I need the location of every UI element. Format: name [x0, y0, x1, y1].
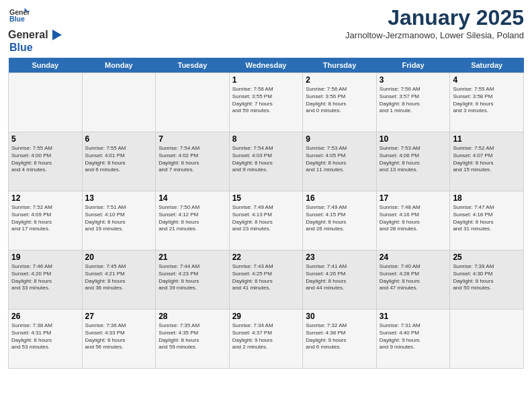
- calendar-day: 21Sunrise: 7:44 AM Sunset: 4:23 PM Dayli…: [156, 250, 230, 310]
- date-number: 13: [85, 193, 153, 203]
- calendar-day: 30Sunrise: 7:32 AM Sunset: 4:38 PM Dayli…: [303, 310, 377, 369]
- day-info: Sunrise: 7:55 AM Sunset: 4:01 PM Dayligh…: [85, 145, 153, 174]
- calendar-day: 1Sunrise: 7:56 AM Sunset: 3:55 PM Daylig…: [229, 73, 303, 132]
- calendar-day: 23Sunrise: 7:41 AM Sunset: 4:26 PM Dayli…: [303, 250, 377, 310]
- date-number: 12: [11, 193, 79, 203]
- day-info: Sunrise: 7:35 AM Sunset: 4:35 PM Dayligh…: [159, 322, 226, 351]
- day-info: Sunrise: 7:41 AM Sunset: 4:26 PM Dayligh…: [306, 263, 373, 292]
- day-info: Sunrise: 7:50 AM Sunset: 4:12 PM Dayligh…: [159, 204, 226, 233]
- svg-marker-3: [52, 30, 62, 40]
- week-row-4: 19Sunrise: 7:46 AM Sunset: 4:20 PM Dayli…: [9, 250, 524, 310]
- calendar-day: [9, 73, 83, 132]
- svg-text:Blue: Blue: [9, 15, 25, 23]
- day-info: Sunrise: 7:38 AM Sunset: 4:31 PM Dayligh…: [11, 322, 79, 351]
- calendar-day: 26Sunrise: 7:38 AM Sunset: 4:31 PM Dayli…: [9, 310, 83, 369]
- date-number: 31: [380, 312, 447, 321]
- day-info: Sunrise: 7:54 AM Sunset: 4:02 PM Dayligh…: [159, 145, 226, 174]
- day-info: Sunrise: 7:51 AM Sunset: 4:10 PM Dayligh…: [85, 204, 153, 233]
- day-info: Sunrise: 7:43 AM Sunset: 4:25 PM Dayligh…: [232, 263, 300, 292]
- day-info: Sunrise: 7:40 AM Sunset: 4:28 PM Dayligh…: [380, 263, 447, 292]
- day-info: Sunrise: 7:55 AM Sunset: 3:58 PM Dayligh…: [453, 86, 521, 115]
- calendar-day: 2Sunrise: 7:56 AM Sunset: 3:56 PM Daylig…: [303, 73, 377, 132]
- date-number: 18: [453, 193, 521, 203]
- day-info: Sunrise: 7:49 AM Sunset: 4:15 PM Dayligh…: [306, 204, 373, 233]
- date-number: 27: [85, 312, 153, 321]
- day-info: Sunrise: 7:32 AM Sunset: 4:38 PM Dayligh…: [306, 322, 373, 351]
- calendar-day: 15Sunrise: 7:49 AM Sunset: 4:13 PM Dayli…: [229, 191, 303, 250]
- date-number: 20: [85, 253, 153, 262]
- col-sunday: Sunday: [9, 58, 83, 73]
- calendar-day: 11Sunrise: 7:52 AM Sunset: 4:07 PM Dayli…: [450, 132, 524, 191]
- date-number: 14: [159, 193, 226, 203]
- calendar-day: 18Sunrise: 7:47 AM Sunset: 4:18 PM Dayli…: [450, 191, 524, 250]
- day-info: Sunrise: 7:31 AM Sunset: 4:40 PM Dayligh…: [380, 322, 447, 351]
- calendar-day: 24Sunrise: 7:40 AM Sunset: 4:28 PM Dayli…: [376, 250, 450, 310]
- calendar-day: 16Sunrise: 7:49 AM Sunset: 4:15 PM Dayli…: [303, 191, 377, 250]
- date-number: 26: [11, 312, 79, 321]
- date-number: 22: [232, 253, 300, 262]
- calendar-day: 3Sunrise: 7:56 AM Sunset: 3:57 PM Daylig…: [376, 73, 450, 132]
- day-info: Sunrise: 7:47 AM Sunset: 4:18 PM Dayligh…: [453, 204, 521, 233]
- logo-blue-text: Blue: [9, 42, 33, 53]
- calendar-day: 9Sunrise: 7:53 AM Sunset: 4:05 PM Daylig…: [303, 132, 377, 191]
- date-number: 28: [159, 312, 226, 321]
- date-number: 8: [232, 134, 300, 144]
- date-number: 4: [453, 75, 521, 85]
- col-monday: Monday: [82, 58, 156, 73]
- date-number: 24: [380, 253, 447, 262]
- day-info: Sunrise: 7:52 AM Sunset: 4:09 PM Dayligh…: [11, 204, 79, 233]
- logo: General Blue General Blue: [8, 5, 66, 54]
- col-saturday: Saturday: [450, 58, 524, 73]
- calendar-container: General Blue General Blue January 2025 J…: [0, 0, 532, 374]
- day-info: Sunrise: 7:52 AM Sunset: 4:07 PM Dayligh…: [453, 145, 521, 174]
- date-number: 7: [159, 134, 226, 144]
- calendar-day: 12Sunrise: 7:52 AM Sunset: 4:09 PM Dayli…: [9, 191, 83, 250]
- day-info: Sunrise: 7:45 AM Sunset: 4:21 PM Dayligh…: [85, 263, 153, 292]
- date-number: 17: [380, 193, 447, 203]
- calendar-day: 6Sunrise: 7:55 AM Sunset: 4:01 PM Daylig…: [82, 132, 156, 191]
- day-info: Sunrise: 7:53 AM Sunset: 4:05 PM Dayligh…: [306, 145, 373, 174]
- date-number: 11: [453, 134, 521, 144]
- day-info: Sunrise: 7:56 AM Sunset: 3:57 PM Dayligh…: [380, 86, 447, 115]
- col-wednesday: Wednesday: [229, 58, 303, 73]
- calendar-day: 5Sunrise: 7:55 AM Sunset: 4:00 PM Daylig…: [9, 132, 83, 191]
- date-number: 30: [306, 312, 373, 321]
- calendar-day: [450, 310, 524, 369]
- date-number: 21: [159, 253, 226, 262]
- date-number: 15: [232, 193, 300, 203]
- day-info: Sunrise: 7:53 AM Sunset: 4:06 PM Dayligh…: [380, 145, 447, 174]
- calendar-day: 31Sunrise: 7:31 AM Sunset: 4:40 PM Dayli…: [376, 310, 450, 369]
- calendar-day: 22Sunrise: 7:43 AM Sunset: 4:25 PM Dayli…: [229, 250, 303, 310]
- col-thursday: Thursday: [303, 58, 377, 73]
- day-info: Sunrise: 7:56 AM Sunset: 3:56 PM Dayligh…: [306, 86, 373, 115]
- calendar-day: 14Sunrise: 7:50 AM Sunset: 4:12 PM Dayli…: [156, 191, 230, 250]
- day-info: Sunrise: 7:55 AM Sunset: 4:00 PM Dayligh…: [11, 145, 79, 174]
- date-number: 16: [306, 193, 373, 203]
- day-info: Sunrise: 7:56 AM Sunset: 3:55 PM Dayligh…: [232, 86, 300, 115]
- calendar-day: 28Sunrise: 7:35 AM Sunset: 4:35 PM Dayli…: [156, 310, 230, 369]
- date-number: 2: [306, 75, 373, 85]
- calendar-day: 4Sunrise: 7:55 AM Sunset: 3:58 PM Daylig…: [450, 73, 524, 132]
- date-number: 6: [85, 134, 153, 144]
- date-number: 19: [11, 253, 79, 262]
- week-row-1: 1Sunrise: 7:56 AM Sunset: 3:55 PM Daylig…: [9, 73, 524, 132]
- calendar-day: 8Sunrise: 7:54 AM Sunset: 4:03 PM Daylig…: [229, 132, 303, 191]
- date-number: 25: [453, 253, 521, 262]
- col-tuesday: Tuesday: [156, 58, 230, 73]
- day-info: Sunrise: 7:54 AM Sunset: 4:03 PM Dayligh…: [232, 145, 300, 174]
- date-number: 29: [232, 312, 300, 321]
- calendar-day: [156, 73, 230, 132]
- month-title: January 2025: [345, 5, 524, 30]
- calendar-day: 19Sunrise: 7:46 AM Sunset: 4:20 PM Dayli…: [9, 250, 83, 310]
- date-number: 23: [306, 253, 373, 262]
- calendar-day: 10Sunrise: 7:53 AM Sunset: 4:06 PM Dayli…: [376, 132, 450, 191]
- col-friday: Friday: [376, 58, 450, 73]
- date-number: 9: [306, 134, 373, 144]
- date-number: 10: [380, 134, 447, 144]
- day-info: Sunrise: 7:34 AM Sunset: 4:37 PM Dayligh…: [232, 322, 300, 351]
- logo-general-text: General: [8, 29, 48, 41]
- calendar-day: 20Sunrise: 7:45 AM Sunset: 4:21 PM Dayli…: [82, 250, 156, 310]
- calendar-day: 25Sunrise: 7:39 AM Sunset: 4:30 PM Dayli…: [450, 250, 524, 310]
- day-info: Sunrise: 7:44 AM Sunset: 4:23 PM Dayligh…: [159, 263, 226, 292]
- location: Jarnoltow-Jerzmanowo, Lower Silesia, Pol…: [345, 30, 524, 40]
